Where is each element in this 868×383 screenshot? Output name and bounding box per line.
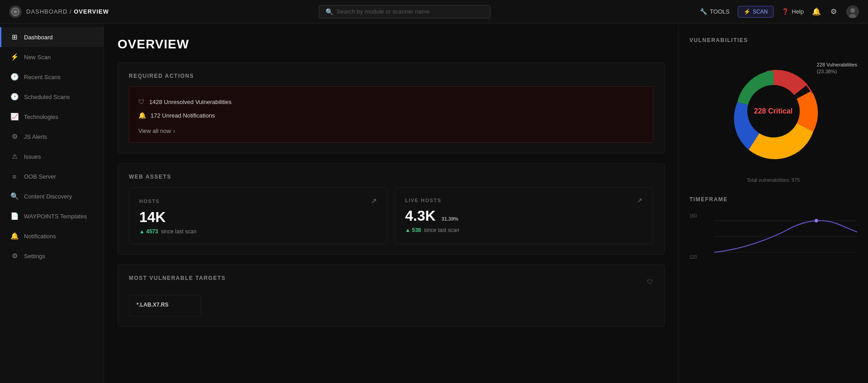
sidebar-label-notifications: Notifications — [24, 233, 56, 240]
external-link-icon[interactable]: ↗ — [637, 197, 643, 204]
timeframe-chart: 160 120 — [689, 212, 857, 261]
vuln-title-row: MOST VULNERABLE TARGETS 🛡 — [129, 275, 653, 288]
lightning-icon: ⚡ — [744, 9, 750, 15]
svg-point-8 — [815, 219, 818, 222]
sidebar-item-scheduled-scans[interactable]: 🕑 Scheduled Scans — [0, 87, 104, 107]
sidebar-item-recent-scans[interactable]: 🕐 Recent Scans — [0, 67, 104, 87]
sidebar-label-technologies: Technologies — [24, 113, 58, 120]
live-hosts-delta-label: since last scan — [424, 227, 459, 233]
search-icon: 🔍 — [10, 192, 19, 200]
hosts-delta-label: since last scan — [161, 228, 197, 235]
donut-chart-container: 228 Critical 228 Vulnerabilities (23.38%… — [689, 52, 857, 170]
sidebar-item-waypoints[interactable]: 📄 WAYPOINTS Templates — [0, 206, 104, 226]
help-icon: ❓ — [782, 8, 789, 15]
home-icon: ⊞ — [10, 33, 19, 41]
chart-icon: 📈 — [10, 113, 19, 121]
sidebar-item-content-discovery[interactable]: 🔍 Content Discovery — [0, 186, 104, 206]
sidebar-item-js-alerts[interactable]: ⚙ JS Alerts — [0, 127, 104, 147]
avatar[interactable] — [846, 5, 859, 18]
topnav-actions: 🔧 TOOLS ⚡ SCAN ❓ Help 🔔 ⚙ — [700, 5, 859, 18]
sidebar-label-new-scan: New Scan — [24, 54, 51, 61]
notifications-action: 🔔 172 Unread Notifications — [138, 109, 644, 122]
tools-icon: 🔧 — [700, 8, 707, 15]
sidebar-label-oob-server: OOB Server — [24, 173, 56, 180]
help-button[interactable]: ❓ Help — [782, 8, 804, 15]
vulnerabilities-text: 1428 Unresolved Vulnerabilities — [149, 99, 231, 105]
web-assets-title: WEB ASSETS — [129, 174, 653, 180]
hosts-delta: ▲ 4573 since last scan — [139, 228, 377, 235]
sidebar-item-settings[interactable]: ⚙ Settings — [0, 246, 104, 266]
sidebar-label-dashboard: Dashboard — [24, 34, 53, 41]
sidebar-label-settings: Settings — [24, 253, 45, 260]
chart-y-labels: 160 120 — [689, 212, 697, 261]
search-placeholder: Search by module or scanner name — [337, 8, 430, 15]
shield-header-icon: 🛡 — [647, 278, 653, 285]
live-hosts-card: LIVE HOSTS ↗ 4.3K 31.39% ▲ 538 since las… — [395, 187, 653, 244]
app-body: ⊞ Dashboard ⚡ New Scan 🕐 Recent Scans 🕑 … — [0, 24, 868, 383]
vuln-target-name: *.LAB.X7.RS — [137, 302, 169, 308]
sidebar-item-issues[interactable]: ⚠ Issues — [0, 147, 104, 166]
hosts-value: 14K — [139, 209, 377, 226]
clock-icon: 🕐 — [10, 73, 19, 81]
arrow-icon: › — [173, 128, 175, 134]
sidebar-item-technologies[interactable]: 📈 Technologies — [0, 107, 104, 127]
vuln-annotation: 228 Vulnerabilities (23.38%) — [817, 61, 857, 76]
vulnerable-targets-section: MOST VULNERABLE TARGETS 🛡 *.LAB.X7.RS — [118, 265, 665, 327]
view-all-link[interactable]: View all now › — [138, 128, 644, 134]
timeframe-svg — [689, 212, 857, 261]
vulnerabilities-section: VULNERABILITIES — [689, 37, 857, 183]
svg-point-2 — [850, 8, 855, 13]
donut-center-label: 228 Critical — [754, 107, 793, 115]
hosts-card: HOSTS ↗ 14K ▲ 4573 since last scan — [129, 187, 387, 244]
sidebar-label-js-alerts: JS Alerts — [24, 133, 47, 140]
alert-icon: ⚙ — [10, 132, 19, 141]
search-box[interactable]: 🔍 Search by module or scanner name — [319, 5, 491, 19]
hosts-delta-value: ▲ 4573 — [139, 228, 158, 235]
logo: DASHBOARD / OVERVIEW — [9, 5, 109, 18]
vuln-targets-list: *.LAB.X7.RS — [129, 295, 653, 317]
vulnerabilities-right-title: VULNERABILITIES — [689, 37, 857, 43]
sidebar-label-issues: Issues — [24, 153, 41, 160]
breadcrumb: DASHBOARD / OVERVIEW — [26, 8, 109, 15]
content-wrapper: OVERVIEW REQUIRED ACTIONS 🛡 1428 Unresol… — [104, 24, 868, 383]
hosts-chart-icon: ↗ — [371, 197, 377, 205]
sidebar-label-recent-scans: Recent Scans — [24, 74, 61, 80]
page-title: OVERVIEW — [118, 37, 665, 52]
view-all-label: View all now — [138, 128, 171, 134]
schedule-icon: 🕑 — [10, 93, 19, 101]
vulnerabilities-action: 🛡 1428 Unresolved Vulnerabilities — [138, 95, 644, 109]
total-vuln-label: Total vulnerabilities: 975 — [689, 177, 857, 183]
vuln-target-card[interactable]: *.LAB.X7.RS — [129, 295, 201, 317]
web-assets-grid: HOSTS ↗ 14K ▲ 4573 since last scan LIVE … — [129, 187, 653, 244]
settings-icon[interactable]: ⚙ — [829, 7, 838, 16]
notifications-icon[interactable]: 🔔 — [812, 7, 821, 16]
critical-count: 228 Critical — [754, 107, 793, 115]
sidebar-item-oob-server[interactable]: ≡ OOB Server — [0, 166, 104, 186]
gear-icon: ⚙ — [10, 252, 19, 260]
scan-button[interactable]: ⚡ SCAN — [738, 6, 774, 18]
sidebar-item-dashboard[interactable]: ⊞ Dashboard — [0, 27, 104, 47]
notifications-text: 172 Unread Notifications — [151, 112, 215, 119]
vuln-targets-title: MOST VULNERABLE TARGETS — [129, 275, 226, 281]
bell-icon: 🔔 — [10, 232, 19, 240]
web-assets-section: WEB ASSETS HOSTS ↗ 14K ▲ 4573 since last… — [118, 163, 665, 255]
sidebar-item-new-scan[interactable]: ⚡ New Scan — [0, 47, 104, 67]
live-hosts-percent: 31.39% — [441, 216, 458, 222]
live-hosts-delta: ▲ 538 since last scan — [405, 227, 643, 233]
server-icon: ≡ — [10, 172, 19, 180]
right-panel: VULNERABILITIES — [678, 24, 868, 383]
hosts-label: HOSTS ↗ — [139, 197, 377, 205]
live-hosts-label: LIVE HOSTS ↗ — [405, 197, 643, 204]
warning-icon: ⚠ — [10, 152, 19, 161]
required-actions-section: REQUIRED ACTIONS 🛡 1428 Unresolved Vulne… — [118, 62, 665, 153]
sidebar-label-scheduled-scans: Scheduled Scans — [24, 94, 70, 100]
search-bar: 🔍 Search by module or scanner name — [118, 5, 691, 19]
lightning-icon: ⚡ — [10, 53, 19, 61]
search-icon: 🔍 — [326, 8, 333, 15]
sidebar-item-notifications[interactable]: 🔔 Notifications — [0, 226, 104, 246]
live-hosts-delta-value: ▲ 538 — [405, 227, 421, 233]
sidebar: ⊞ Dashboard ⚡ New Scan 🕐 Recent Scans 🕑 … — [0, 24, 104, 383]
sidebar-label-waypoints: WAYPOINTS Templates — [24, 213, 87, 220]
tools-button[interactable]: 🔧 TOOLS — [700, 8, 730, 15]
topnav: DASHBOARD / OVERVIEW 🔍 Search by module … — [0, 0, 868, 24]
